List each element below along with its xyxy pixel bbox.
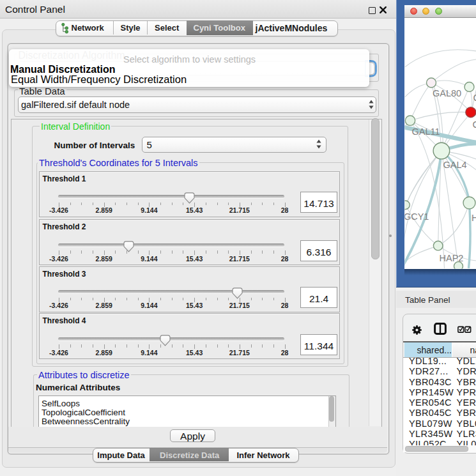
svg-text:H: H xyxy=(472,213,476,223)
svg-text:HAP2: HAP2 xyxy=(439,253,463,263)
svg-text:GAL11: GAL11 xyxy=(411,127,440,137)
svg-text:GAL4: GAL4 xyxy=(443,160,466,170)
svg-text:C: C xyxy=(472,119,476,130)
svg-text:G: G xyxy=(473,93,476,103)
svg-text:GAL80: GAL80 xyxy=(433,88,461,98)
svg-text:GCY1: GCY1 xyxy=(403,211,429,222)
